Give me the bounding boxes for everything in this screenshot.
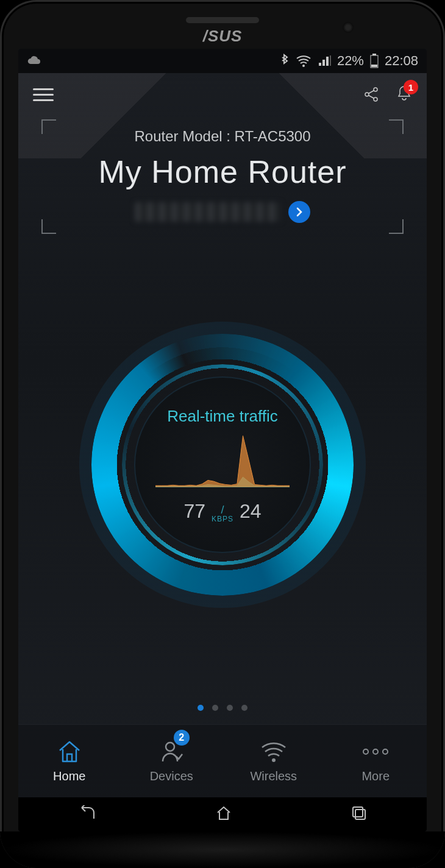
status-bar: 22% 22:08 — [18, 49, 427, 73]
svg-point-12 — [383, 749, 388, 754]
back-button[interactable] — [78, 805, 96, 824]
cloud-icon — [27, 55, 41, 66]
wireless-icon — [260, 739, 288, 764]
home-icon — [57, 739, 82, 764]
bottom-nav: HomeDevices2WirelessMore — [18, 724, 427, 797]
android-nav-bar — [18, 797, 427, 831]
battery-percent: 22% — [337, 53, 364, 69]
svg-rect-14 — [355, 810, 365, 819]
traffic-title: Real-time traffic — [167, 407, 278, 426]
download-speed: 77 — [183, 500, 205, 523]
svg-point-6 — [374, 97, 377, 101]
clock: 22:08 — [385, 53, 418, 69]
router-name: My Home Router — [43, 153, 402, 190]
svg-rect-2 — [372, 54, 376, 55]
recent-apps-button[interactable] — [351, 805, 367, 824]
phone-brand: /SUS — [203, 27, 243, 46]
nav-wireless[interactable]: Wireless — [222, 725, 325, 797]
notification-badge: 1 — [404, 80, 418, 94]
svg-point-10 — [363, 749, 368, 754]
svg-rect-3 — [371, 65, 377, 67]
router-info-card: Router Model : RT-AC5300 My Home Router — [18, 116, 427, 235]
svg-point-4 — [374, 88, 377, 91]
router-model: Router Model : RT-AC5300 — [43, 128, 402, 145]
nav-label: Devices — [150, 769, 193, 783]
signal-icon — [318, 55, 331, 67]
page-dot[interactable] — [227, 705, 233, 711]
more-icon — [362, 739, 389, 764]
svg-point-9 — [272, 758, 276, 762]
nav-label: More — [361, 769, 390, 783]
nav-label: Wireless — [250, 769, 297, 783]
svg-rect-13 — [353, 807, 363, 817]
svg-point-0 — [302, 65, 305, 67]
wifi-icon — [296, 55, 312, 67]
speed-unit: KBPS — [212, 515, 233, 523]
upload-speed: 24 — [240, 500, 262, 523]
router-details-button[interactable] — [288, 201, 310, 223]
nav-label: Home — [53, 769, 85, 783]
notifications-button[interactable]: 1 — [396, 85, 412, 104]
bluetooth-icon — [280, 54, 290, 68]
nav-home[interactable]: Home — [18, 725, 121, 797]
page-dot[interactable] — [241, 705, 247, 711]
share-icon[interactable] — [363, 86, 379, 102]
battery-icon — [370, 54, 379, 68]
svg-point-5 — [365, 93, 369, 96]
page-dot[interactable] — [212, 705, 218, 711]
page-dot[interactable] — [198, 705, 204, 711]
traffic-chart — [155, 433, 290, 494]
svg-point-8 — [166, 743, 174, 751]
nav-badge: 2 — [174, 730, 190, 746]
traffic-gauge[interactable]: Real-time traffic 77 / KBPS 24 — [79, 322, 366, 608]
router-ip-blurred — [135, 202, 281, 222]
nav-devices[interactable]: Devices2 — [121, 725, 223, 797]
home-button[interactable] — [215, 805, 232, 824]
svg-point-11 — [373, 749, 378, 754]
page-indicator[interactable] — [18, 694, 427, 724]
menu-button[interactable] — [33, 88, 54, 101]
nav-more[interactable]: More — [325, 725, 427, 797]
